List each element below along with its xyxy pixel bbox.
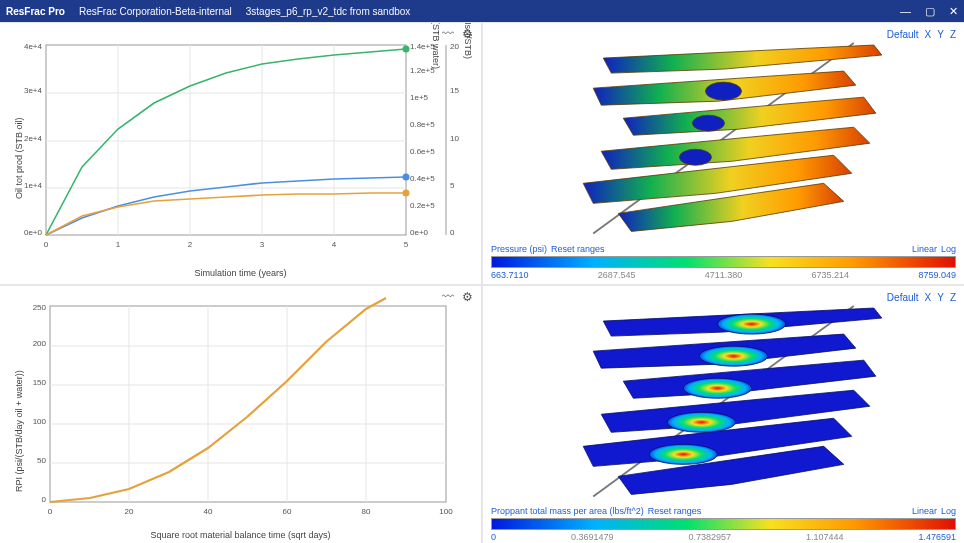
app-name: ResFrac Pro (6, 6, 65, 17)
svg-text:0: 0 (44, 240, 49, 249)
svg-text:10: 10 (450, 134, 459, 143)
close-button[interactable]: ✕ (949, 5, 958, 18)
svg-rect-40 (50, 306, 446, 502)
chart-panel-rpi: 〰 ⚙ 0 50 100 150 200 250 (0, 286, 481, 543)
chart-mode-icon[interactable]: 〰 (442, 27, 454, 41)
svg-text:1e+5: 1e+5 (410, 93, 429, 102)
y-axis-mid-label: Water tot prod (STB water) (431, 23, 441, 69)
svg-point-37 (705, 82, 741, 100)
svg-point-39 (679, 149, 711, 165)
y-axis-left-label: Oil tot prod (STB oil) (14, 117, 24, 199)
breadcrumb-scenario[interactable]: 3stages_p6_rp_v2_tdc from sandbox (246, 6, 411, 17)
color-bar[interactable] (491, 256, 956, 268)
scale-log-button[interactable]: Log (941, 244, 956, 254)
svg-point-63 (699, 346, 767, 366)
svg-text:0: 0 (48, 507, 53, 516)
gear-icon[interactable]: ⚙ (462, 290, 473, 304)
svg-text:200: 200 (33, 339, 47, 348)
svg-point-65 (667, 412, 735, 432)
chart-toolbar: 〰 ⚙ (442, 27, 473, 41)
viewport-proppant[interactable]: Default X Y Z (481, 286, 964, 543)
svg-text:0e+0: 0e+0 (410, 228, 429, 237)
svg-point-66 (649, 444, 717, 464)
svg-text:1e+4: 1e+4 (24, 181, 43, 190)
view-z-button[interactable]: Z (950, 292, 956, 303)
scale-log-button[interactable]: Log (941, 506, 956, 516)
stop-3: 1.107444 (806, 532, 844, 542)
stop-2: 0.7382957 (688, 532, 731, 542)
viewport-pressure[interactable]: Default X Y Z (481, 23, 964, 284)
view-z-button[interactable]: Z (950, 29, 956, 40)
svg-text:3: 3 (260, 240, 265, 249)
svg-point-62 (717, 314, 785, 334)
svg-text:15: 15 (450, 86, 459, 95)
svg-point-33 (403, 46, 410, 53)
view-controls: Default X Y Z (887, 29, 956, 40)
view-default-button[interactable]: Default (887, 292, 919, 303)
rpi-chart[interactable]: 0 50 100 150 200 250 0 20 40 60 80 (6, 292, 476, 530)
svg-text:1: 1 (116, 240, 121, 249)
svg-text:2e+4: 2e+4 (24, 134, 43, 143)
x-axis-label: Simulation time (years) (194, 268, 286, 278)
svg-text:2: 2 (188, 240, 193, 249)
view-default-button[interactable]: Default (887, 29, 919, 40)
svg-text:150: 150 (33, 378, 47, 387)
stop-1: 2687.545 (598, 270, 636, 280)
stop-0: 663.7110 (491, 270, 529, 280)
color-stops: 663.7110 2687.545 4711.380 6735.214 8759… (491, 270, 956, 280)
legend-name: Pressure (psi) (491, 244, 547, 254)
svg-text:4: 4 (332, 240, 337, 249)
svg-text:4e+4: 4e+4 (24, 42, 43, 51)
minimize-button[interactable]: — (900, 5, 911, 18)
stop-4: 1.476591 (918, 532, 956, 542)
scale-linear-button[interactable]: Linear (912, 506, 937, 516)
svg-text:0.8e+5: 0.8e+5 (410, 120, 435, 129)
svg-text:0e+0: 0e+0 (24, 228, 43, 237)
svg-text:0.6e+5: 0.6e+5 (410, 147, 435, 156)
stop-0: 0 (491, 532, 496, 542)
view-x-button[interactable]: X (925, 29, 932, 40)
view-y-button[interactable]: Y (937, 292, 944, 303)
x-axis-label: Square root material balance time (sqrt … (150, 530, 330, 540)
svg-point-64 (683, 378, 751, 398)
svg-text:20: 20 (450, 42, 459, 51)
svg-text:0.4e+5: 0.4e+5 (410, 174, 435, 183)
svg-text:0.2e+5: 0.2e+5 (410, 201, 435, 210)
svg-text:100: 100 (439, 507, 453, 516)
svg-text:3e+4: 3e+4 (24, 86, 43, 95)
svg-text:250: 250 (33, 303, 47, 312)
title-bar: ResFrac Pro ResFrac Corporation-Beta-int… (0, 0, 964, 22)
svg-text:0: 0 (42, 495, 47, 504)
view-x-button[interactable]: X (925, 292, 932, 303)
view-y-button[interactable]: Y (937, 29, 944, 40)
svg-text:5: 5 (404, 240, 409, 249)
svg-text:20: 20 (125, 507, 134, 516)
svg-text:100: 100 (33, 417, 47, 426)
stop-2: 4711.380 (705, 270, 743, 280)
y-axis-label: RPI (psi/(STB/day oil + water)) (14, 370, 24, 492)
maximize-button[interactable]: ▢ (925, 5, 935, 18)
stop-4: 8759.049 (918, 270, 956, 280)
gear-icon[interactable]: ⚙ (462, 27, 473, 41)
chart-mode-icon[interactable]: 〰 (442, 290, 454, 304)
color-bar[interactable] (491, 518, 956, 530)
production-chart[interactable]: 0e+0 1e+4 2e+4 3e+4 4e+4 0e+0 0.2e+5 0.4… (6, 29, 476, 267)
svg-point-38 (692, 115, 724, 131)
window-controls: — ▢ ✕ (900, 5, 958, 18)
legend-name: Proppant total mass per area (lbs/ft^2) (491, 506, 644, 516)
svg-text:50: 50 (37, 456, 46, 465)
breadcrumb-org[interactable]: ResFrac Corporation-Beta-internal (79, 6, 232, 17)
svg-text:0: 0 (450, 228, 455, 237)
svg-text:40: 40 (204, 507, 213, 516)
chart-toolbar: 〰 ⚙ (442, 290, 473, 304)
proppant-3d-scene[interactable] (483, 286, 964, 543)
svg-point-35 (403, 190, 410, 197)
reset-ranges-button[interactable]: Reset ranges (648, 506, 702, 516)
reset-ranges-button[interactable]: Reset ranges (551, 244, 605, 254)
view-controls: Default X Y Z (887, 292, 956, 303)
svg-text:5: 5 (450, 181, 455, 190)
stop-3: 6735.214 (812, 270, 850, 280)
color-stops: 0 0.3691479 0.7382957 1.107444 1.476591 (491, 532, 956, 542)
scale-linear-button[interactable]: Linear (912, 244, 937, 254)
svg-point-34 (403, 174, 410, 181)
